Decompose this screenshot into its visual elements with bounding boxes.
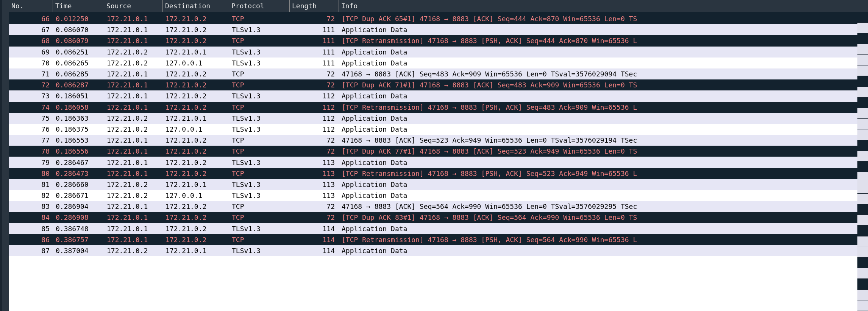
packet-row[interactable]: 700.086265172.21.0.2127.0.0.1TLSv1.3111A… <box>9 58 857 68</box>
column-header-source[interactable]: Source <box>104 0 162 12</box>
packet-row[interactable]: 690.086251172.21.0.2172.21.0.1TLSv1.3111… <box>9 47 857 58</box>
cell-protocol: TCP <box>229 236 290 244</box>
cell-protocol: TLSv1.3 <box>229 191 290 199</box>
packet-row[interactable]: 660.012250172.21.0.1172.21.0.2TCP72[TCP … <box>9 13 857 24</box>
packet-row[interactable]: 670.086070172.21.0.1172.21.0.2TLSv1.3111… <box>9 24 857 35</box>
cell-time: 0.386757 <box>53 236 105 244</box>
overview-segment[interactable] <box>857 119 868 129</box>
column-header-info[interactable]: Info <box>339 0 857 12</box>
packet-row[interactable]: 750.186363172.21.0.2172.21.0.1TLSv1.3112… <box>9 113 857 124</box>
overview-segment[interactable] <box>857 172 868 183</box>
cell-destination: 172.21.0.2 <box>163 225 229 233</box>
overview-segment[interactable] <box>857 108 868 119</box>
cell-info: Application Data <box>339 26 857 34</box>
overview-segment[interactable] <box>857 194 868 204</box>
packet-row[interactable]: 790.286467172.21.0.1172.21.0.2TLSv1.3113… <box>9 157 857 168</box>
cell-info: Application Data <box>339 92 857 100</box>
overview-segment[interactable] <box>857 300 868 311</box>
overview-segment[interactable] <box>857 33 868 44</box>
overview-segment[interactable] <box>857 162 868 172</box>
cell-info: 47168 → 8883 [ACK] Seq=483 Ack=909 Win=6… <box>339 70 857 78</box>
packet-row[interactable]: 760.186375172.21.0.2127.0.0.1TLSv1.3112A… <box>9 124 857 135</box>
cell-info: 47168 → 8883 [ACK] Seq=564 Ack=990 Win=6… <box>339 202 857 210</box>
packet-row[interactable]: 860.386757172.21.0.1172.21.0.2TCP114[TCP… <box>9 234 857 245</box>
packet-row[interactable]: 720.086287172.21.0.1172.21.0.2TCP72[TCP … <box>9 79 857 90</box>
cell-destination: 172.21.0.2 <box>163 26 229 34</box>
cell-time: 0.186553 <box>53 136 105 144</box>
column-header-length[interactable]: Length <box>289 0 339 12</box>
overview-segment[interactable] <box>857 87 868 98</box>
column-header-destination[interactable]: Destination <box>162 0 229 12</box>
cell-length: 112 <box>290 92 339 100</box>
packet-row[interactable]: 740.186058172.21.0.1172.21.0.2TCP112[TCP… <box>9 102 857 113</box>
cell-no: 77 <box>10 136 53 144</box>
overview-segment[interactable] <box>857 55 868 65</box>
cell-info: Application Data <box>339 114 857 122</box>
cell-info: [TCP Retransmission] 47168 → 8883 [PSH, … <box>339 37 857 45</box>
overview-segment[interactable] <box>857 258 868 268</box>
cell-protocol: TLSv1.3 <box>229 247 290 255</box>
packet-row[interactable]: 780.186556172.21.0.1172.21.0.2TCP72[TCP … <box>9 146 857 157</box>
cell-info: Application Data <box>339 191 857 199</box>
cell-destination: 127.0.0.1 <box>163 59 229 67</box>
packet-rows-container[interactable]: 660.012250172.21.0.1172.21.0.2TCP72[TCP … <box>9 13 857 311</box>
cell-source: 172.21.0.2 <box>105 247 163 255</box>
packet-row[interactable]: 850.386748172.21.0.1172.21.0.2TLSv1.3114… <box>9 223 857 234</box>
packet-row[interactable]: 840.286908172.21.0.1172.21.0.2TCP72[TCP … <box>9 212 857 223</box>
cell-protocol: TLSv1.3 <box>229 26 290 34</box>
packet-row[interactable]: 870.387004172.21.0.2172.21.0.1TLSv1.3114… <box>9 245 857 256</box>
column-header-protocol[interactable]: Protocol <box>229 0 289 12</box>
overview-segment[interactable] <box>857 215 868 225</box>
overview-segment[interactable] <box>857 65 868 76</box>
cell-length: 113 <box>290 159 339 166</box>
cell-time: 0.387004 <box>53 247 105 255</box>
packet-row[interactable]: 830.286904172.21.0.1172.21.0.2TCP7247168… <box>9 201 857 212</box>
cell-time: 0.086285 <box>53 70 105 78</box>
cell-info: [TCP Dup ACK 77#1] 47168 → 8883 [ACK] Se… <box>339 147 857 155</box>
intelligent-scrollbar[interactable] <box>857 0 868 311</box>
overview-segment[interactable] <box>857 290 868 300</box>
cell-time: 0.286671 <box>53 191 105 199</box>
cell-destination: 127.0.0.1 <box>163 125 229 133</box>
column-header-time[interactable]: Time <box>53 0 104 12</box>
cell-length: 111 <box>290 59 339 67</box>
cell-protocol: TCP <box>229 136 290 144</box>
overview-segment[interactable] <box>857 151 868 162</box>
cell-protocol: TLSv1.3 <box>229 159 290 166</box>
overview-segment[interactable] <box>857 247 868 258</box>
cell-time: 0.286904 <box>53 202 105 210</box>
packet-row[interactable]: 680.086079172.21.0.1172.21.0.2TCP111[TCP… <box>9 35 857 46</box>
cell-no: 85 <box>10 225 53 233</box>
packet-row[interactable]: 820.286671172.21.0.2127.0.0.1TLSv1.3113A… <box>9 190 857 201</box>
cell-destination: 172.21.0.2 <box>163 159 229 166</box>
cell-length: 111 <box>290 37 339 45</box>
overview-segment[interactable] <box>857 23 868 33</box>
cell-source: 172.21.0.2 <box>105 125 163 133</box>
column-header-row[interactable]: No. Time Source Destination Protocol Len… <box>9 0 857 12</box>
column-header-no[interactable]: No. <box>9 0 53 12</box>
cell-destination: 172.21.0.2 <box>163 15 229 23</box>
cell-no: 73 <box>10 92 53 100</box>
overview-segment[interactable] <box>857 12 868 23</box>
overview-segment[interactable] <box>857 268 868 279</box>
wireshark-packet-list: No. Time Source Destination Protocol Len… <box>0 0 868 311</box>
overview-segment[interactable] <box>857 225 868 236</box>
packet-row[interactable]: 770.186553172.21.0.1172.21.0.2TCP7247168… <box>9 135 857 146</box>
packet-row[interactable]: 800.286473172.21.0.1172.21.0.2TCP113[TCP… <box>9 168 857 179</box>
overview-segment[interactable] <box>857 183 868 194</box>
overview-segment[interactable] <box>857 44 868 55</box>
overview-segment[interactable] <box>857 140 868 151</box>
overview-segment[interactable] <box>857 204 868 215</box>
packet-row[interactable]: 810.286660172.21.0.2172.21.0.1TLSv1.3113… <box>9 179 857 190</box>
cell-length: 114 <box>290 225 339 233</box>
cell-protocol: TCP <box>229 15 290 23</box>
overview-segment[interactable] <box>857 236 868 247</box>
packet-row[interactable]: 710.086285172.21.0.1172.21.0.2TCP7247168… <box>9 68 857 79</box>
overview-segment[interactable] <box>857 279 868 289</box>
cell-protocol: TLSv1.3 <box>229 92 290 100</box>
overview-segment[interactable] <box>857 76 868 87</box>
overview-segment[interactable] <box>857 98 868 108</box>
packet-row[interactable]: 730.186051172.21.0.1172.21.0.2TLSv1.3112… <box>9 90 857 101</box>
overview-segment[interactable] <box>857 129 868 140</box>
packet-marker-gutter <box>2 0 9 311</box>
